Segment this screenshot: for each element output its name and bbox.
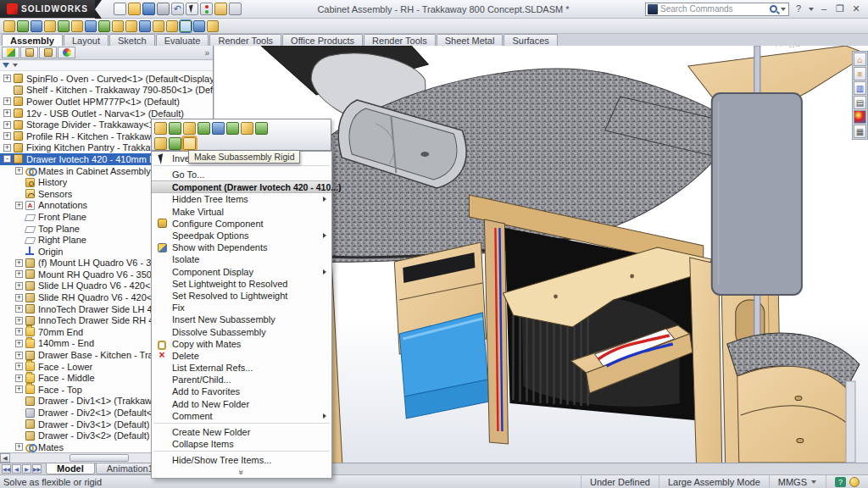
sphere-status-icon[interactable] (849, 477, 860, 487)
menu-item[interactable]: Component (Drawer Ivotech 420 - 410...) (152, 180, 331, 193)
doc-close-button[interactable]: × (796, 46, 800, 49)
expand-icon[interactable]: + (15, 202, 23, 209)
filter-caret-icon[interactable] (13, 64, 18, 67)
tab-nav-next-icon[interactable]: ▶ (22, 464, 31, 474)
expand-icon[interactable]: - (3, 155, 11, 163)
move-component-icon[interactable] (58, 20, 70, 32)
options-icon[interactable] (229, 3, 242, 15)
mate-icon[interactable] (226, 122, 239, 135)
expand-icon[interactable]: + (15, 259, 23, 267)
menu-item[interactable]: Configure Component (152, 218, 331, 230)
menu-item[interactable]: Hide/Show Tree Items... (152, 454, 331, 466)
feature-manager[interactable] (2, 47, 19, 58)
menu-item[interactable]: Go To... (152, 169, 331, 180)
menu-item[interactable]: Make Virtual (152, 206, 331, 218)
linear-component-pattern-icon[interactable] (31, 20, 42, 32)
tree-item[interactable]: + SpinFlo - Oven - Curved<1> (Default<Di… (0, 73, 213, 85)
reference-geometry-icon[interactable] (98, 20, 110, 32)
command-tab[interactable]: Evaluate (156, 34, 209, 46)
clearance-verification-icon[interactable] (180, 20, 192, 32)
command-tab[interactable]: Render Tools (209, 34, 281, 46)
command-tab[interactable]: Surfaces (504, 34, 557, 46)
expand-icon[interactable]: + (15, 294, 23, 302)
menu-item[interactable]: Component Display (152, 266, 331, 278)
command-tab[interactable]: Layout (64, 34, 108, 46)
open-subassembly-icon[interactable] (169, 122, 181, 135)
display-manager[interactable] (58, 47, 75, 58)
menu-item[interactable]: Dissolve Subassembly (152, 325, 331, 337)
tab-nav-first-icon[interactable]: ◀◀ (2, 464, 11, 474)
help-caret-icon[interactable] (809, 8, 814, 11)
print-icon[interactable] (157, 3, 170, 15)
assembly-features-icon[interactable] (85, 20, 97, 32)
large-assembly-mode-icon[interactable] (207, 20, 219, 32)
close-button[interactable]: ✕ (849, 3, 863, 15)
quick-tips-icon[interactable]: ? (835, 477, 846, 487)
design-library[interactable]: ≡ (854, 67, 866, 80)
make-subassembly-rigid-icon[interactable] (183, 137, 196, 150)
move-component-icon[interactable] (241, 122, 253, 135)
command-tab[interactable]: Sheet Metal (437, 34, 504, 46)
file-explorer[interactable]: ▥ (854, 81, 866, 95)
explode-line-sketch-icon[interactable] (153, 20, 164, 32)
expand-icon[interactable]: + (15, 167, 23, 175)
instant3d-icon[interactable] (193, 20, 205, 32)
doc-window-icon[interactable]: ▫ (779, 46, 782, 49)
expand-icon[interactable]: + (15, 282, 23, 290)
appearances[interactable]: ● (854, 110, 866, 124)
expand-icon[interactable]: + (15, 363, 23, 370)
save-icon[interactable] (142, 3, 155, 15)
menu-item[interactable] (152, 467, 331, 477)
search-input[interactable]: Search Commands (645, 3, 789, 16)
units-caret-icon[interactable] (811, 480, 816, 484)
expand-icon[interactable]: + (3, 121, 11, 129)
edit-subassembly-icon[interactable] (154, 122, 167, 135)
expand-icon[interactable]: + (15, 270, 23, 278)
expand-icon[interactable]: + (3, 109, 11, 117)
undo-icon[interactable] (171, 3, 184, 15)
expand-icon[interactable]: + (15, 374, 23, 382)
show-hidden-components-icon[interactable] (71, 20, 83, 32)
expand-icon[interactable]: + (15, 443, 23, 451)
tree-item[interactable]: + 12v - USB Outlet - Narva<1> (Default) (0, 108, 213, 119)
expand-icon[interactable]: + (15, 317, 23, 324)
expand-icon[interactable]: + (3, 97, 11, 105)
scroll-left-icon[interactable]: ◀ (0, 453, 10, 463)
component-properties-icon[interactable] (255, 122, 268, 135)
command-tab[interactable]: Office Products (282, 34, 363, 46)
status-units[interactable]: MMGS (769, 475, 826, 488)
scroll-thumb[interactable] (70, 454, 129, 462)
view-palette[interactable]: ▤ (854, 96, 866, 109)
search-icon[interactable] (770, 5, 777, 13)
expand-icon[interactable]: + (3, 75, 11, 82)
insert-components-icon[interactable] (3, 20, 15, 32)
menu-item[interactable]: List External Refs... (152, 362, 331, 374)
tab-nav-prev-icon[interactable]: ◀ (12, 464, 21, 474)
tab-nav-last-icon[interactable]: ▶▶ (32, 464, 42, 474)
panel-collapse-chevron-icon[interactable]: » (204, 48, 209, 58)
exploded-view-icon[interactable] (139, 20, 151, 32)
menu-item[interactable]: Insert New Subassembly (152, 313, 331, 325)
menu-item[interactable]: Fix (152, 302, 331, 313)
bill-of-materials-icon[interactable] (125, 20, 137, 32)
expand-icon[interactable]: + (15, 352, 23, 359)
custom-properties[interactable]: ▦ (854, 125, 866, 138)
tree-filter[interactable] (0, 60, 213, 71)
menu-item[interactable]: Add to New Folder (152, 398, 331, 410)
rebuild-icon[interactable] (200, 3, 213, 15)
smart-fasteners-icon[interactable] (44, 20, 56, 32)
search-scope-icon[interactable] (648, 4, 658, 14)
appearances-icon[interactable] (169, 137, 181, 150)
doc-window-icon[interactable]: ▫ (775, 46, 777, 49)
menu-item[interactable]: Create New Folder (152, 426, 331, 438)
doc-tab[interactable]: Model (46, 463, 95, 474)
menu-item[interactable]: Isolate (152, 253, 331, 265)
hide-show-component-icon[interactable] (183, 122, 196, 135)
new-motion-study-icon[interactable] (112, 20, 124, 32)
configuration-manager[interactable] (39, 47, 57, 58)
open-document-icon[interactable] (128, 3, 141, 15)
help-button[interactable]: ? (792, 3, 805, 15)
menu-item[interactable]: Set Lightweight to Resolved (152, 278, 331, 290)
tree-item[interactable]: + Power Outlet HPM777P<1> (Default) (0, 96, 213, 108)
mate-icon[interactable] (17, 20, 29, 32)
